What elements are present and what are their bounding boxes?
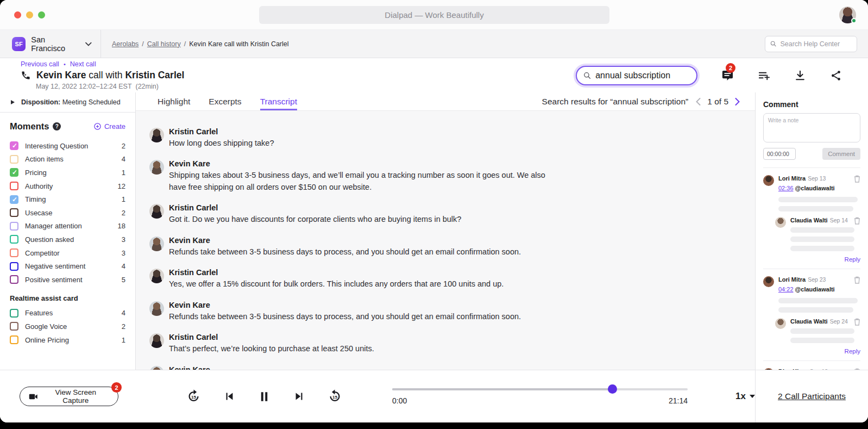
transcript-message[interactable]: Kevin KareRefunds take between 3-5 busin…: [149, 300, 739, 322]
transcript-message[interactable]: Kevin KareShipping takes about 3-5 busin…: [149, 158, 739, 193]
transcript-search-input[interactable]: [595, 71, 690, 80]
moment-item[interactable]: Manager attention18: [10, 220, 125, 233]
user-avatar[interactable]: [839, 7, 856, 23]
comments-button[interactable]: 2: [721, 69, 734, 82]
comment-timestamp-input[interactable]: [763, 148, 796, 160]
moment-checkbox[interactable]: [10, 309, 18, 318]
window-titlebar: Dialpad — Work Beautifully: [0, 0, 868, 30]
close-window-button[interactable]: [14, 11, 21, 18]
transcript-message[interactable]: Kristin CarlelThat’s perfect, we’re look…: [149, 332, 739, 355]
moment-item[interactable]: Authority12: [10, 179, 125, 193]
moment-checkbox[interactable]: [10, 168, 18, 177]
browser-address-bar[interactable]: Dialpad — Work Beautifully: [259, 6, 609, 24]
moment-item[interactable]: Pricing1: [10, 166, 125, 179]
moment-checkbox[interactable]: [10, 222, 18, 231]
result-position: 1 of 5: [707, 97, 728, 107]
moment-item[interactable]: Positive sentiment5: [10, 273, 125, 287]
transcript-message[interactable]: Kristin CarlelYes, we offer a 15% discou…: [149, 267, 739, 290]
skip-back-15-button[interactable]: 15: [328, 389, 342, 404]
mention[interactable]: @claudiawalti: [795, 185, 835, 191]
comment-submit-button[interactable]: Comment: [822, 148, 860, 160]
share-button[interactable]: [830, 70, 842, 82]
delete-comment-button[interactable]: [854, 217, 860, 251]
help-search-input[interactable]: [780, 40, 852, 48]
create-moment-button[interactable]: Create: [93, 122, 125, 130]
next-result-button[interactable]: [735, 98, 740, 105]
moment-checkbox[interactable]: [10, 275, 18, 284]
comment-thread: Lori MitraSep 23 04:22 @claudiawalti Cla…: [763, 269, 860, 361]
transcript-message[interactable]: Kristin CarlelGot it. Do we you have dis…: [149, 202, 739, 225]
playback-speed-selector[interactable]: 1x: [735, 391, 755, 402]
moment-item[interactable]: Interesting Question2: [10, 139, 125, 153]
delete-comment-button[interactable]: [854, 175, 860, 212]
view-screen-capture-button[interactable]: View Screen Capture 2: [20, 387, 118, 406]
comment-timestamp-link[interactable]: 04:22: [778, 286, 794, 293]
comment-timestamp-link[interactable]: 02:36: [778, 185, 794, 191]
previous-track-button[interactable]: [223, 390, 235, 402]
moment-item[interactable]: Competitor3: [10, 246, 125, 260]
moment-item[interactable]: Negative sentiment4: [10, 259, 125, 273]
download-button[interactable]: [794, 70, 806, 82]
delete-comment-button[interactable]: [854, 276, 860, 313]
tab-transcript[interactable]: Transcript: [260, 92, 297, 110]
help-icon[interactable]: ?: [53, 122, 61, 130]
moment-item[interactable]: Features4: [10, 307, 125, 320]
moment-checkbox[interactable]: [10, 141, 18, 150]
moment-checkbox[interactable]: [10, 322, 18, 331]
moment-checkbox[interactable]: [10, 155, 18, 164]
commenter-avatar: [763, 368, 774, 370]
transcript-message[interactable]: Kevin KareRefunds take between 3-5 busin…: [149, 235, 739, 258]
current-time: 0:00: [392, 396, 407, 405]
seek-bar[interactable]: [392, 388, 688, 390]
reply-link[interactable]: Reply: [763, 256, 860, 263]
moment-checkbox[interactable]: [10, 195, 18, 204]
pause-button[interactable]: [257, 390, 271, 403]
help-search[interactable]: [765, 36, 857, 52]
tab-highlight[interactable]: Highlight: [158, 92, 190, 110]
speaker-avatar: [149, 366, 164, 370]
moment-item[interactable]: Google Voice2: [10, 320, 125, 333]
breadcrumb-call-history[interactable]: Call history: [147, 40, 181, 48]
skip-forward-15-button[interactable]: 15: [186, 389, 201, 404]
speaker-avatar: [149, 333, 164, 348]
realtime-assist-heading: Realtime assist card: [10, 294, 125, 302]
moment-checkbox[interactable]: [10, 248, 18, 257]
previous-call-link[interactable]: Previous call: [21, 60, 59, 68]
next-track-button[interactable]: [293, 390, 305, 402]
disposition-row[interactable]: Disposition: Meeting Scheduled: [0, 92, 135, 113]
moment-item[interactable]: Question asked3: [10, 233, 125, 246]
tab-excerpts[interactable]: Excerpts: [209, 92, 241, 110]
maximize-window-button[interactable]: [38, 11, 45, 18]
moment-item[interactable]: Timing1: [10, 192, 125, 206]
moment-item[interactable]: Usecase2: [10, 206, 125, 220]
moment-item[interactable]: Action items4: [10, 153, 125, 166]
add-to-playlist-button[interactable]: [758, 69, 770, 82]
previous-result-button[interactable]: [696, 98, 701, 105]
delete-comment-button[interactable]: [854, 318, 860, 343]
transcript-search[interactable]: [576, 66, 697, 85]
transcript-message[interactable]: Kristin CarlelHow long does shipping tak…: [149, 126, 739, 149]
moment-checkbox[interactable]: [10, 262, 18, 271]
moment-item[interactable]: Online Pricing1: [10, 333, 125, 347]
transcript-message[interactable]: Kevin KareSounds good, we can place an o…: [149, 364, 739, 370]
breadcrumb-aerolabs[interactable]: Aerolabs: [112, 40, 139, 48]
transcript-list[interactable]: Kristin CarlelHow long does shipping tak…: [136, 111, 755, 370]
office-selector[interactable]: SF San Francisco: [0, 30, 101, 58]
share-icon: [830, 70, 842, 82]
expand-icon: [11, 100, 15, 104]
delete-comment-button[interactable]: [854, 368, 860, 370]
moment-checkbox[interactable]: [10, 182, 18, 190]
next-call-link[interactable]: Next call: [70, 60, 96, 68]
reply-link[interactable]: Reply: [763, 348, 860, 355]
mention[interactable]: @claudiawalti: [795, 286, 835, 293]
moment-checkbox[interactable]: [10, 235, 18, 244]
moment-checkbox[interactable]: [10, 335, 18, 344]
comment-note-input[interactable]: [763, 113, 860, 142]
call-header: Previous call • Next call Kevin Kare cal…: [0, 58, 868, 92]
caret-down-icon: [750, 395, 755, 398]
search-results-label: Search results for “annual subscription”: [542, 97, 689, 107]
call-participants-link[interactable]: 2 Call Participants: [778, 391, 846, 401]
seek-handle[interactable]: [608, 384, 617, 394]
minimize-window-button[interactable]: [26, 11, 33, 18]
moment-checkbox[interactable]: [10, 208, 18, 217]
